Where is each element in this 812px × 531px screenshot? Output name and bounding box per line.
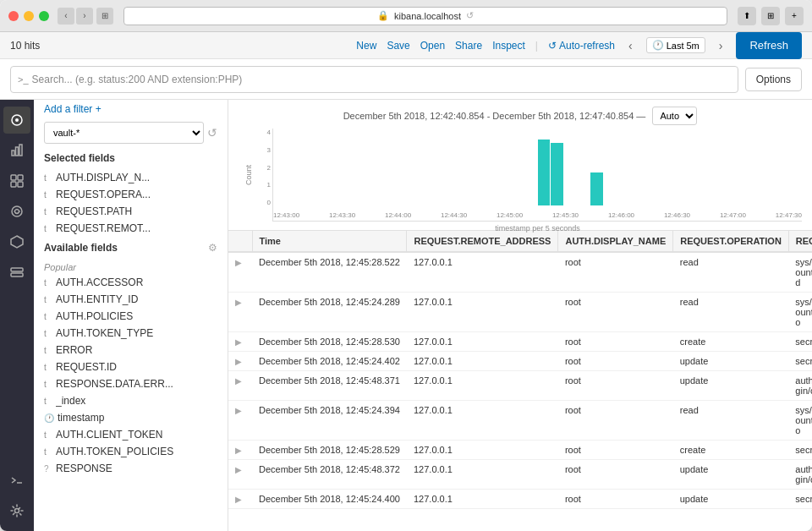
ml-icon[interactable] (3, 228, 30, 255)
row-expand-button[interactable]: ▶ (228, 441, 252, 460)
hits-count: 10 hits (10, 40, 40, 52)
available-field-item[interactable]: t_index (34, 392, 228, 409)
field-name-label: AUTH.CLIENT_TOKEN (56, 429, 217, 441)
row-expand-button[interactable]: ▶ (228, 401, 252, 441)
minimize-button[interactable] (24, 11, 34, 21)
index-selector: vault-* ↺ (34, 118, 228, 147)
forward-button[interactable]: › (76, 8, 93, 25)
available-field-item[interactable]: tERROR (34, 342, 228, 359)
inspect-button[interactable]: Inspect (492, 40, 525, 52)
left-icon-rail (0, 100, 34, 531)
save-button[interactable]: Save (387, 40, 409, 52)
table-row: ▶December 5th 2018, 12:45:28.530127.0.0.… (228, 332, 812, 352)
title-bar: ‹ › ⊞ 🔒 kibana.localhost ↺ ⬆ ⊞ + (0, 0, 812, 32)
refresh-button[interactable]: Refresh (736, 32, 802, 59)
chart-x-label: 12:44:00 (385, 211, 411, 219)
new-tab-icon[interactable]: + (785, 7, 804, 25)
svg-rect-5 (11, 175, 16, 180)
row-expand-button[interactable]: ▶ (228, 371, 252, 401)
available-field-item[interactable]: tRESPONSE.DATA.ERR... (34, 375, 228, 392)
selected-field-item[interactable]: tREQUEST.PATH (34, 203, 228, 220)
available-field-item[interactable]: tAUTH.ENTITY_ID (34, 291, 228, 308)
field-type-indicator: t (44, 173, 52, 183)
available-fields-header: Available fields ⚙ (34, 237, 228, 259)
prev-arrow[interactable]: ‹ (625, 37, 636, 54)
table-col-header[interactable]: REQUEST.REMOTE_ADDRESS (407, 231, 558, 252)
row-expand-button[interactable]: ▶ (228, 293, 252, 332)
chart-x-label: 12:45:30 (552, 211, 579, 219)
field-type-indicator: 🕐 (44, 413, 54, 423)
cell-operation: update (673, 371, 789, 401)
infrastructure-icon[interactable] (3, 259, 30, 286)
share-button[interactable]: Share (455, 40, 482, 52)
visualize-icon[interactable] (3, 137, 30, 164)
available-field-item[interactable]: ?RESPONSE (34, 460, 228, 477)
available-field-item[interactable]: tREQUEST.ID (34, 359, 228, 375)
next-arrow[interactable]: › (716, 37, 727, 54)
index-select[interactable]: vault-* (44, 122, 204, 144)
auto-refresh-button[interactable]: ↺ Auto-refresh (548, 40, 615, 52)
cell-time: December 5th 2018, 12:45:24.402 (252, 352, 407, 371)
available-fields-settings-icon[interactable]: ⚙ (208, 242, 217, 254)
cell-operation: read (673, 293, 789, 332)
table-col-header[interactable]: AUTH.DISPLAY_NAME (558, 231, 673, 252)
field-type-indicator: t (44, 278, 52, 287)
available-field-item[interactable]: 🕐timestamp (34, 409, 228, 426)
available-field-item[interactable]: tAUTH.TOKEN_POLICIES (34, 443, 228, 460)
new-button[interactable]: New (356, 40, 376, 52)
chart-bars (275, 138, 800, 205)
address-bar[interactable]: 🔒 kibana.localhost ↺ (123, 7, 727, 25)
refresh-index-icon[interactable]: ↺ (207, 126, 217, 140)
svg-rect-7 (11, 182, 16, 187)
table-col-header[interactable]: REQUEST.OPERATION (673, 231, 789, 252)
auto-select[interactable]: Auto (652, 107, 697, 125)
cell-path: auth/userpass/login/conor (788, 371, 812, 401)
time-range-button[interactable]: 🕐 Last 5m (646, 37, 705, 53)
cell-display-name: root (558, 293, 673, 332)
available-field-item[interactable]: tAUTH.POLICIES (34, 308, 228, 325)
canvas-icon[interactable] (3, 198, 30, 225)
bookmark-icon[interactable]: ⊞ (761, 7, 780, 25)
selected-field-item[interactable]: tREQUEST.OPERA... (34, 186, 228, 203)
nav-buttons: ‹ › (58, 8, 93, 25)
selected-field-item[interactable]: tREQUEST.REMOT... (34, 220, 228, 237)
search-input-wrap[interactable]: >_ Search... (e.g. status:200 AND extens… (10, 66, 738, 93)
maximize-button[interactable] (39, 11, 49, 21)
row-expand-button[interactable]: ▶ (228, 352, 252, 371)
row-expand-button[interactable]: ▶ (228, 332, 252, 352)
add-filter-button[interactable]: Add a filter + (34, 100, 228, 118)
dashboard-icon[interactable] (3, 167, 30, 194)
dev-tools-icon[interactable] (3, 467, 30, 494)
available-field-item[interactable]: tAUTH.TOKEN_TYPE (34, 325, 228, 342)
available-field-item[interactable]: tAUTH.ACCESSOR (34, 274, 228, 291)
cell-remote-address: 127.0.0.1 (407, 460, 558, 490)
table-col-header[interactable]: Time (252, 231, 407, 252)
options-button[interactable]: Options (745, 68, 802, 91)
svg-rect-2 (12, 151, 14, 156)
svg-rect-3 (16, 147, 19, 156)
discover-icon[interactable] (3, 107, 30, 134)
y-label-0: 0 (267, 199, 271, 206)
cell-remote-address: 127.0.0.1 (407, 401, 558, 441)
traffic-lights (8, 11, 49, 21)
svg-rect-8 (18, 182, 23, 187)
svg-marker-10 (11, 236, 23, 248)
selected-field-item[interactable]: tAUTH.DISPLAY_N... (34, 169, 228, 186)
field-name-label: AUTH.DISPLAY_N... (56, 172, 217, 183)
row-expand-button[interactable]: ▶ (228, 490, 252, 509)
field-type-indicator: t (44, 190, 52, 200)
cell-path: secret/data/world (788, 441, 812, 460)
share-icon[interactable]: ⬆ (738, 7, 756, 25)
close-button[interactable] (8, 11, 19, 21)
back-button[interactable]: ‹ (58, 8, 74, 25)
table-col-header[interactable]: REQUEST.PATH (788, 231, 812, 252)
available-field-item[interactable]: tAUTH.CLIENT_TOKEN (34, 426, 228, 443)
cell-operation: read (673, 401, 789, 441)
tab-button[interactable]: ⊞ (96, 8, 113, 25)
cell-display-name: root (558, 371, 673, 401)
open-button[interactable]: Open (420, 40, 445, 52)
management-icon[interactable] (3, 497, 30, 524)
table-row: ▶December 5th 2018, 12:45:28.522127.0.0.… (228, 252, 812, 293)
row-expand-button[interactable]: ▶ (228, 252, 252, 293)
row-expand-button[interactable]: ▶ (228, 460, 252, 490)
